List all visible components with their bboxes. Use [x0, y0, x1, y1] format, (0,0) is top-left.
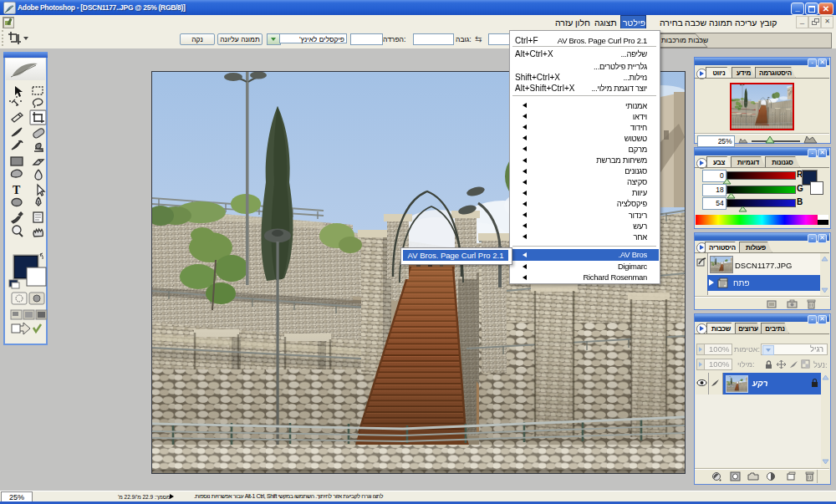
svg-text:T: T — [13, 184, 21, 196]
